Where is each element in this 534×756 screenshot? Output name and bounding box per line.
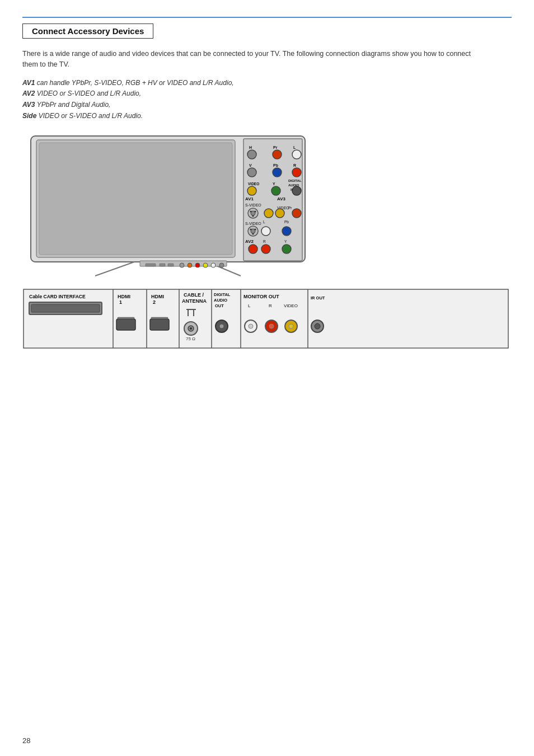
intro-text: There is a wide range of audio and video… [22,49,481,70]
svg-text:MONITOR OUT: MONITOR OUT [243,294,279,299]
svg-text:R: R [293,163,296,167]
side-item: Side VIDEO or S-VIDEO and L/R Audio. [22,111,512,122]
svg-text:Pb: Pb [284,220,289,224]
svg-rect-56 [146,264,156,266]
svg-rect-57 [160,264,165,266]
av2-label: AV2 [22,90,35,97]
svg-text:L: L [248,303,251,308]
av1-desc: can handle YPbPr, S-VIDEO, RGB + HV or V… [37,79,234,87]
side-label: Side [22,112,36,120]
av2-desc: VIDEO or S-VIDEO and L/R Audio, [37,90,141,97]
tv-svg: H Pr L V Pb R VIDEO Y DIGITAL [22,133,319,284]
svg-point-14 [273,168,282,177]
svg-rect-78 [151,317,168,319]
svg-rect-83 [193,309,194,316]
upper-diagram: H Pr L V Pb R VIDEO Y DIGITAL [22,133,512,286]
svg-text:IR OUT: IR OUT [311,295,325,300]
bottom-strip-svg: Cable CARD INTERFACE HDMI 1 HDMI 2 [22,288,509,350]
svg-rect-84 [186,309,196,310]
svg-point-31 [255,210,256,212]
svg-point-51 [261,245,270,253]
svg-text:Y: Y [273,182,275,186]
svg-point-103 [269,324,274,328]
tv-illustration: H Pr L V Pb R VIDEO Y DIGITAL [22,133,319,286]
svg-text:H: H [249,145,252,149]
svg-text:AV2: AV2 [245,239,254,244]
svg-point-7 [247,150,256,159]
svg-text:R: R [269,303,272,308]
svg-text:2: 2 [153,299,156,305]
svg-rect-2 [39,143,232,255]
svg-point-63 [211,263,216,267]
svg-text:ANTENNA: ANTENNA [182,298,207,304]
svg-point-46 [282,227,291,236]
svg-point-42 [255,228,256,230]
svg-point-40 [252,233,254,234]
svg-point-13 [247,168,256,177]
svg-rect-72 [116,319,135,330]
svg-point-105 [289,324,293,328]
svg-point-87 [190,327,192,330]
svg-text:AV3: AV3 [277,196,286,201]
svg-text:Pr: Pr [288,206,292,210]
svg-point-23 [292,186,301,195]
svg-text:Y: Y [284,240,287,243]
svg-point-15 [292,168,301,177]
svg-point-32 [264,209,273,218]
svg-rect-68 [31,304,100,312]
svg-line-53 [95,262,134,276]
svg-point-59 [180,263,184,267]
side-desc: VIDEO or S-VIDEO and L/R Audio. [39,112,143,120]
top-rule [22,17,512,18]
svg-point-109 [315,323,320,329]
svg-point-61 [195,263,200,267]
page-container: Connect Accessory Devices There is a wid… [0,0,534,374]
svg-text:DIGITAL: DIGITAL [288,179,302,182]
svg-point-30 [250,210,252,212]
svg-text:VIDEO: VIDEO [248,182,259,186]
svg-rect-58 [168,264,174,266]
page-number: 28 [22,736,30,745]
diagram-container: H Pr L V Pb R VIDEO Y DIGITAL [22,133,512,351]
svg-text:1: 1 [119,299,122,305]
av1-label: AV1 [22,79,35,87]
av2-item: AV2 VIDEO or S-VIDEO and L/R Audio, [22,88,512,100]
svg-point-60 [188,263,192,267]
bottom-connector-strip: Cable CARD INTERFACE HDMI 1 HDMI 2 [22,288,512,351]
svg-point-64 [219,263,224,267]
svg-point-101 [249,324,253,328]
svg-point-52 [282,245,291,253]
svg-text:Pr: Pr [273,145,278,149]
page-title: Connect Accessory Devices [32,26,144,36]
svg-text:S-VIDEO: S-VIDEO [245,222,261,226]
svg-point-94 [219,324,224,328]
svg-point-45 [261,227,270,236]
svg-text:HDMI: HDMI [151,294,164,299]
av3-desc: YPbPr and Digital Audio, [37,101,111,109]
av3-item: AV3 YPbPr and Digital Audio, [22,100,512,111]
svg-text:OUT: OUT [215,303,224,308]
svg-text:Pb: Pb [273,163,278,167]
svg-text:75 Ω: 75 Ω [186,336,195,341]
svg-text:DIGITAL: DIGITAL [214,292,231,297]
svg-text:AV1: AV1 [245,196,254,201]
svg-point-9 [292,150,301,159]
svg-point-8 [273,150,282,159]
svg-point-36 [292,209,301,218]
svg-rect-77 [150,319,169,330]
svg-text:AUDIO: AUDIO [214,298,227,303]
svg-text:VIDEO: VIDEO [284,303,298,308]
svg-point-41 [250,228,252,230]
svg-text:L: L [263,220,265,224]
svg-text:CABLE /: CABLE / [184,292,204,298]
svg-point-62 [203,263,208,267]
svg-point-21 [247,186,256,195]
svg-text:HDMI: HDMI [118,294,130,299]
svg-point-50 [249,245,257,253]
svg-text:V: V [249,163,252,167]
svg-text:Cable CARD INTERFACE: Cable CARD INTERFACE [29,294,86,299]
svg-text:S-VIDEO: S-VIDEO [245,203,261,207]
svg-rect-82 [188,309,189,316]
av3-label: AV3 [22,101,35,109]
svg-point-35 [275,209,284,218]
